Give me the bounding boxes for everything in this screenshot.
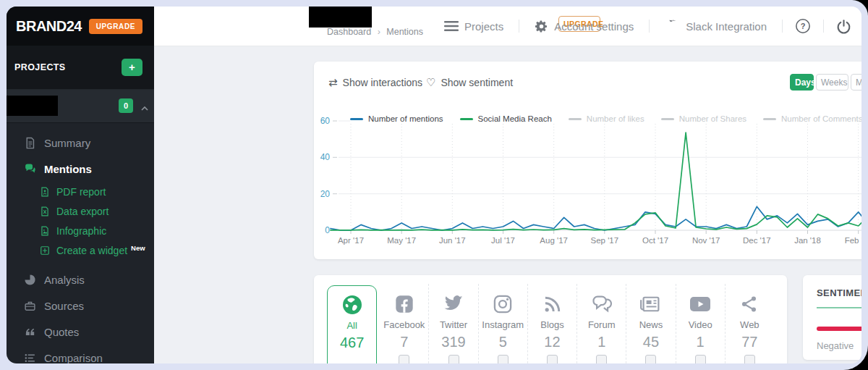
svg-text:Feb '18: Feb '18 [845,236,861,245]
hamburger-icon [444,20,459,32]
sidebar-item-data-export[interactable]: Data export [7,201,154,221]
mentions-chart-panel: ⇄ Show interactions ♡ Show sentiment Day… [314,62,861,259]
legend-number-of-shares[interactable]: Number of Shares [661,114,746,123]
sidebar-item-comparison[interactable]: Comparison [7,345,154,363]
sidebar-logo-row: BRAND24 UPGRADE [7,7,154,46]
filter-video[interactable]: Video 1 [676,284,725,363]
brand-logo: BRAND24 [16,18,82,35]
svg-text:Dec '17: Dec '17 [743,236,771,245]
sidebar-item-infographic[interactable]: Infographic [7,221,154,240]
svg-text:0: 0 [325,225,330,235]
filter-all[interactable]: All 467 [327,285,377,363]
cog-icon [663,17,682,36]
slider-track-negative[interactable] [817,327,861,331]
legend-swatch [569,118,582,120]
filter-checkbox[interactable] [695,355,706,363]
nav-slack-integration[interactable]: Slack Integration [662,19,770,34]
quotes-icon [24,326,36,338]
filter-web[interactable]: Web 77 [725,284,774,363]
nav-account-settings[interactable]: Account settings [532,20,637,33]
svg-text:40: 40 [320,152,331,162]
add-project-button[interactable]: + [122,59,142,76]
divider [649,20,650,33]
sidebar-item-summary[interactable]: Summary [7,130,154,156]
filter-count: 1 [597,334,605,350]
legend-swatch [763,118,776,120]
filter-checkbox[interactable] [498,355,509,363]
filter-count: 12 [544,334,560,350]
sidebar-item-sources[interactable]: Sources [7,293,154,319]
sentiment-slider[interactable] [817,323,861,335]
filter-checkbox[interactable] [596,355,607,363]
sidebar-item-analysis[interactable]: Analysis [7,266,154,293]
projects-label: PROJECTS [14,62,66,72]
document-icon [24,137,36,149]
svg-text:Jun '17: Jun '17 [439,236,466,245]
legend-number-of-likes[interactable]: Number of likes [569,114,644,123]
svg-text:Aug '17: Aug '17 [540,236,568,245]
image-file-icon [40,226,50,236]
logout-button[interactable] [836,19,851,34]
comparison-icon [24,352,36,364]
forum-icon [591,293,613,316]
topnav: Projects Account settings Slack Integrat… [441,7,851,46]
projects-header: PROJECTS + [7,46,154,90]
chevron-up-icon[interactable] [140,101,149,114]
topbar: Dashboard › Mentions UPGRADE Projects Ac… [154,7,861,46]
help-button[interactable]: ? [795,18,811,34]
mentions-chart[interactable]: 02040600k25k50kApr '17May '17Jun '17Jul … [314,62,861,259]
power-icon [836,19,851,34]
filter-blogs[interactable]: Blogs 12 [527,284,576,363]
legend-swatch [460,118,473,120]
sentiment-title: SENTIMENT FILTER [817,287,861,298]
filter-count: 77 [741,334,757,350]
legend-swatch [661,118,674,120]
filter-twitter[interactable]: Twitter 319 [428,284,477,363]
spreadsheet-file-icon [40,206,50,216]
filter-count: 319 [441,334,465,350]
sentiment-negative-label: Negative [817,340,854,351]
svg-text:Sep '17: Sep '17 [590,236,618,245]
legend-number-of-mentions[interactable]: Number of mentions [350,114,443,123]
redacted-account-name [309,7,372,28]
sidebar-item-quotes[interactable]: Quotes [7,319,154,345]
legend-swatch [350,118,363,120]
instagram-icon [493,293,513,316]
filter-news[interactable]: News 45 [626,284,675,363]
share-icon [740,293,759,316]
breadcrumb-current: Mentions [386,27,423,37]
sidebar-upgrade-button[interactable]: UPGRADE [89,19,142,34]
source-filter-panel: All 467 Facebook 7 Twitter 319 Instagram… [314,275,787,363]
sidebar-item-pdf-report[interactable]: PDF report [7,182,154,201]
filter-checkbox[interactable] [448,355,459,363]
filter-checkbox[interactable] [645,355,656,363]
filter-count: 467 [340,335,364,351]
legend-social-media-reach[interactable]: Social Media Reach [460,114,552,123]
svg-text:20: 20 [320,189,331,199]
svg-text:Nov '17: Nov '17 [692,236,720,245]
sidebar-item-mentions[interactable]: Mentions [7,156,154,182]
new-badge: New [131,244,145,252]
globe-icon [341,293,363,316]
breadcrumb-parent[interactable]: Dashboard [327,27,371,37]
filter-forum[interactable]: Forum 1 [576,284,626,363]
facebook-icon [394,293,414,316]
filter-instagram[interactable]: Instagram 5 [478,284,527,363]
filter-checkbox[interactable] [399,355,409,363]
filter-facebook[interactable]: Facebook 7 [380,284,428,363]
news-icon [640,293,662,316]
svg-text:May '17: May '17 [387,236,416,245]
divider [817,307,861,308]
filter-checkbox[interactable] [744,355,755,363]
filter-checkbox[interactable] [547,355,558,363]
svg-text:Jan '18: Jan '18 [794,236,821,245]
pdf-file-icon [40,187,50,197]
redacted-project-name [7,96,58,116]
nav-projects[interactable]: Projects [441,20,506,33]
sidebar-item-create-widget[interactable]: Create a widget New [7,240,154,260]
twitter-icon [443,293,464,316]
project-row[interactable]: 0 [7,90,154,123]
video-icon [689,293,711,316]
legend-number-of-comments[interactable]: Number of Comments [763,114,861,123]
rss-icon [542,293,562,316]
